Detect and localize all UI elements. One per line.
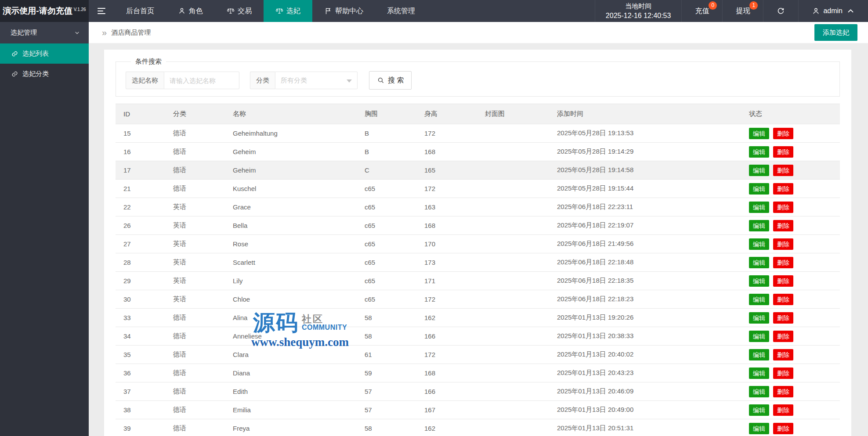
cell-name: Lily [225, 272, 357, 290]
delete-button[interactable]: 删除 [773, 220, 793, 231]
edit-button[interactable]: 编辑 [749, 423, 769, 434]
edit-button[interactable]: 编辑 [749, 183, 769, 195]
cell-status-actions: 编辑删除 [741, 327, 840, 346]
col-category: 分类 [165, 104, 225, 124]
edit-button[interactable]: 编辑 [749, 294, 769, 305]
cell-id: 26 [116, 216, 165, 235]
delete-button[interactable]: 删除 [773, 423, 793, 434]
col-name: 名称 [225, 104, 357, 124]
cell-status-actions: 编辑删除 [741, 161, 840, 180]
nav-trade[interactable]: 交易 [215, 0, 264, 22]
cell-category: 德语 [165, 401, 225, 419]
edit-button[interactable]: 编辑 [749, 202, 769, 213]
edit-button[interactable]: 编辑 [749, 312, 769, 324]
col-bust: 胸围 [357, 104, 416, 124]
delete-button[interactable]: 删除 [773, 349, 793, 360]
menu-toggle-icon[interactable] [89, 0, 114, 22]
delete-button[interactable]: 删除 [773, 331, 793, 342]
delete-button[interactable]: 删除 [773, 146, 793, 158]
search-button[interactable]: 搜 索 [369, 71, 412, 90]
withdraw-button[interactable]: 提现 1 [722, 0, 763, 22]
cell-category: 德语 [165, 143, 225, 161]
edit-button[interactable]: 编辑 [749, 331, 769, 342]
top-nav: 后台首页 角色 交易 选妃 帮助中心 系统管理 [114, 0, 427, 22]
recharge-button[interactable]: 充值 0 [681, 0, 722, 22]
sidebar-group-consort-manage[interactable]: 选妃管理 [0, 22, 89, 43]
name-filter-input[interactable] [164, 72, 239, 89]
cell-category: 德语 [165, 382, 225, 401]
delete-button[interactable]: 删除 [773, 128, 793, 139]
cell-cover [477, 419, 549, 436]
delete-button[interactable]: 删除 [773, 165, 793, 176]
delete-button[interactable]: 删除 [773, 275, 793, 287]
table-row: 39德语Freya581622025年01月13日 20:51:31编辑删除 [116, 419, 840, 436]
edit-button[interactable]: 编辑 [749, 220, 769, 231]
cell-height: 172 [416, 346, 477, 364]
local-time: 当地时间 2025-12-16 12:40:53 [595, 0, 682, 22]
edit-button[interactable]: 编辑 [749, 146, 769, 158]
nav-dashboard[interactable]: 后台首页 [114, 0, 166, 22]
add-consort-button[interactable]: 添加选妃 [814, 24, 857, 41]
delete-button[interactable]: 删除 [773, 386, 793, 397]
name-filter-group: 选妃名称 [126, 72, 239, 89]
cell-added-time: 2025年05月28日 19:15:44 [549, 180, 741, 198]
category-filter-label: 分类 [250, 72, 275, 89]
cell-added-time: 2025年01月13日 19:20:26 [549, 309, 741, 327]
delete-button[interactable]: 删除 [773, 257, 793, 268]
refresh-button[interactable] [763, 0, 798, 22]
cell-cover [477, 272, 549, 290]
delete-button[interactable]: 删除 [773, 404, 793, 416]
cell-cover [477, 235, 549, 253]
edit-button[interactable]: 编辑 [749, 165, 769, 176]
col-added-time: 添加时间 [549, 104, 741, 124]
category-select[interactable]: 所有分类 [275, 72, 358, 89]
edit-button[interactable]: 编辑 [749, 368, 769, 379]
table-row: 28英语Scarlettc651732025年06月18日 22:18:48编辑… [116, 253, 840, 272]
edit-button[interactable]: 编辑 [749, 386, 769, 397]
username: admin [823, 7, 843, 15]
nav-consort[interactable]: 选妃 [264, 0, 312, 22]
link-icon [11, 71, 18, 77]
search-button-label: 搜 索 [388, 76, 404, 85]
cell-status-actions: 编辑删除 [741, 309, 840, 327]
edit-button[interactable]: 编辑 [749, 257, 769, 268]
cell-bust: 58 [357, 309, 416, 327]
cell-bust: 58 [357, 327, 416, 346]
cell-cover [477, 216, 549, 235]
sidebar-item-consort-category[interactable]: 选妃分类 [0, 64, 89, 84]
delete-button[interactable]: 删除 [773, 294, 793, 305]
cell-cover [477, 290, 549, 309]
cell-cover [477, 180, 549, 198]
table-row: 16德语GeheimB1682025年05月28日 19:14:29编辑删除 [116, 143, 840, 161]
nav-help-center[interactable]: 帮助中心 [312, 0, 375, 22]
cell-category: 英语 [165, 272, 225, 290]
breadcrumb-separator-icon: » [102, 28, 107, 38]
col-height: 身高 [416, 104, 477, 124]
cell-cover [477, 346, 549, 364]
col-status: 状态 [741, 104, 840, 124]
nav-roles[interactable]: 角色 [166, 0, 215, 22]
delete-button[interactable]: 删除 [773, 238, 793, 250]
cell-status-actions: 编辑删除 [741, 216, 840, 235]
nav-system[interactable]: 系统管理 [375, 0, 427, 22]
edit-button[interactable]: 编辑 [749, 404, 769, 416]
delete-button[interactable]: 删除 [773, 312, 793, 324]
sidebar-item-consort-list[interactable]: 选妃列表 [0, 43, 89, 64]
nav-help-center-label: 帮助中心 [335, 7, 363, 16]
flag-icon [324, 7, 332, 15]
edit-button[interactable]: 编辑 [749, 128, 769, 139]
cell-height: 165 [416, 161, 477, 180]
edit-button[interactable]: 编辑 [749, 349, 769, 360]
edit-button[interactable]: 编辑 [749, 275, 769, 287]
delete-button[interactable]: 删除 [773, 202, 793, 213]
col-id: ID [116, 104, 165, 124]
consort-table: ID 分类 名称 胸围 身高 封面图 添加时间 状态 15德语Geheimhal… [116, 104, 840, 436]
cell-height: 172 [416, 290, 477, 309]
delete-button[interactable]: 删除 [773, 183, 793, 195]
user-menu[interactable]: admin [798, 0, 868, 22]
cell-height: 168 [416, 364, 477, 382]
delete-button[interactable]: 删除 [773, 368, 793, 379]
app-logo: 演示使用-请勿充值 V.1.26 [0, 0, 89, 22]
cell-category: 英语 [165, 253, 225, 272]
edit-button[interactable]: 编辑 [749, 238, 769, 250]
